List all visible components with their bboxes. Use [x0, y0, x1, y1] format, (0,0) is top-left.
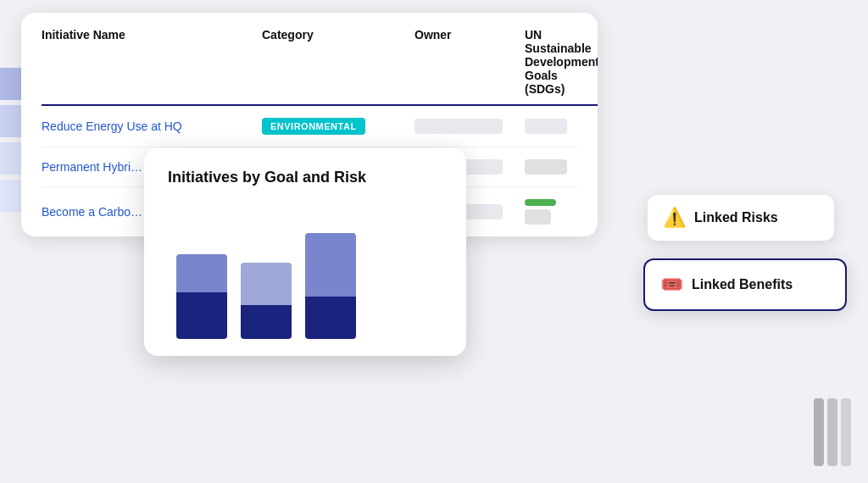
chart-area [168, 203, 442, 339]
linked-benefits-label: Linked Benefits [692, 277, 793, 292]
bar-2-top [241, 263, 292, 305]
col-header-owner: Owner [415, 28, 525, 106]
bottom-strip-3 [841, 398, 851, 466]
sdg-cell-3 [525, 199, 577, 225]
col-header-category: Category [262, 28, 415, 106]
benefit-icon: 🎟️ [660, 274, 683, 296]
table-row: Reduce Energy Use at HQ ENVIRONMENTAL [42, 106, 577, 147]
chart-card: Initiatives by Goal and Risk [144, 148, 466, 356]
linked-risks-panel[interactable]: ⚠️ Linked Risks [648, 195, 834, 241]
bottom-strip-1 [814, 398, 824, 466]
sdg-placeholder-3 [525, 209, 551, 225]
bar-group-3 [305, 233, 356, 339]
chart-title: Initiatives by Goal and Risk [168, 169, 442, 186]
bar-3-top [305, 233, 356, 297]
side-strips [0, 68, 24, 212]
bar-3-bottom [305, 297, 356, 339]
linked-benefits-panel[interactable]: 🎟️ Linked Benefits [643, 258, 847, 311]
strip-3 [0, 142, 24, 175]
warning-icon: ⚠️ [663, 207, 686, 229]
bar-2-bottom [241, 305, 292, 339]
strip-4 [0, 180, 24, 212]
sdg-cell-2 [525, 159, 577, 175]
linked-risks-label: Linked Risks [694, 210, 778, 225]
sdg-placeholder-2 [525, 159, 567, 175]
bottom-strips [814, 398, 851, 466]
env-badge: ENVIRONMENTAL [262, 118, 365, 135]
sdg-placeholder-1 [525, 119, 567, 134]
col-header-initiative: Initiative Name [42, 28, 262, 106]
bar-1-top [176, 254, 227, 292]
initiative-name-1[interactable]: Reduce Energy Use at HQ [42, 119, 262, 133]
bar-group-1 [176, 254, 227, 339]
col-header-sdg: UN Sustainable Development Goals (SDGs) [525, 28, 598, 106]
owner-placeholder-1 [415, 119, 503, 134]
category-cell-1: ENVIRONMENTAL [262, 118, 415, 135]
sdg-green-bar [525, 199, 556, 206]
strip-2 [0, 105, 24, 137]
bottom-strip-2 [827, 398, 837, 466]
owner-cell-1 [415, 119, 525, 134]
bar-1-bottom [176, 292, 227, 339]
bar-group-2 [241, 263, 292, 339]
strip-1 [0, 68, 24, 100]
table-header: Initiative Name Category Owner UN Sustai… [21, 13, 598, 106]
sdg-cell-1 [525, 119, 577, 134]
